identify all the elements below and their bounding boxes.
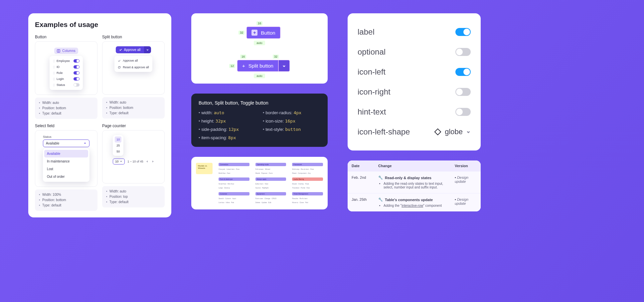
shape-select[interactable]: globe <box>434 128 471 136</box>
overview-heading: Framework <box>292 163 323 166</box>
select-option[interactable]: Out of order <box>44 173 88 180</box>
example-props: Width: auto Position: top Type: default <box>102 186 165 207</box>
columns-popover: Employee ID Role Login Status <box>50 56 83 90</box>
example-split-label: Split button <box>102 35 165 39</box>
changelog-row: Feb. 2nd🔧 Read-only & display statesAddi… <box>348 171 481 193</box>
prop-icon-right-toggle[interactable] <box>455 88 471 96</box>
page-size-select[interactable]: 10 <box>113 158 125 164</box>
overview-heading: Customer <box>219 192 249 195</box>
refresh-icon <box>118 66 121 69</box>
prop-label-toggle[interactable] <box>455 28 471 36</box>
select-label: Status <box>43 135 89 139</box>
prop-icon-left-label: icon-left <box>358 67 386 77</box>
overview-line: Transition · Portal · Fast <box>292 187 323 189</box>
prop-label-label: label <box>358 27 375 37</box>
column-row[interactable]: Employee <box>52 58 80 64</box>
changelog-item: Adding the "interactive-row" component <box>384 204 447 207</box>
approve-all-button[interactable]: Approve all <box>116 46 144 53</box>
demo-button[interactable]: + Button <box>246 27 280 39</box>
menu-item-approve[interactable]: Approve all <box>116 57 150 64</box>
column-row[interactable]: ID <box>52 64 80 70</box>
overview-line: Move-to · Close · Pair <box>292 201 323 203</box>
page-sizes-menu: 10 25 50 <box>113 135 123 156</box>
page-size-option[interactable]: 50 <box>115 149 121 154</box>
column-row[interactable]: Login <box>52 76 80 82</box>
spec-panel: Button, Split button, Toggle button widt… <box>191 94 328 147</box>
overview-line: Large · Destroy <box>219 187 249 189</box>
example-button-label: Button <box>35 35 97 39</box>
column-row[interactable]: Role <box>52 70 80 76</box>
overview-heading: Ticket Management <box>292 192 323 195</box>
chevron-down-icon <box>466 130 471 134</box>
select-option[interactable]: Lost <box>44 165 88 173</box>
toggle[interactable] <box>74 77 80 81</box>
overview-line: Multi-step · Re-do item · Flow <box>292 168 323 170</box>
overview-column: FrameworkMulti-step · Re-do item · FlowR… <box>292 163 323 174</box>
page-range: 1 – 10 of 45 <box>127 160 143 163</box>
overview-column: EquipmentForm-user · Change · CRUDDelete… <box>255 192 286 203</box>
overview-column: ConnectionOne-part · Listed item · FlowM… <box>219 163 249 174</box>
spec-title: Button, Split button, Toggle button <box>199 100 320 106</box>
changelog-date: Feb. 2nd <box>348 171 374 193</box>
props-card: labeloptionalicon-lefticon-righthint-tex… <box>348 13 481 151</box>
overview-line: Form-user · Change · CRUD <box>255 197 286 199</box>
chevron-up-icon <box>83 142 86 145</box>
toggle[interactable] <box>74 83 80 87</box>
overview-line: Delete · Update · Edit <box>255 201 286 203</box>
chevron-right-icon[interactable] <box>151 160 154 163</box>
example-props: Width: 100% Position: bottom Type: defau… <box>35 189 97 211</box>
overview-heading: Operating mode <box>255 163 286 166</box>
split-dropdown-button[interactable] <box>144 46 151 53</box>
changelog-item: Adding the read-only states to text inpu… <box>384 182 447 189</box>
select-option[interactable]: In maintenance <box>44 157 88 165</box>
measure-top: 16 <box>256 21 262 25</box>
measure-top: 32 <box>273 55 279 59</box>
overview-line: Multi-flow · Fast <box>219 172 249 174</box>
example-props: Width: auto Position: bottom Type: defau… <box>102 97 165 119</box>
changelog-link[interactable]: interactive-row <box>402 204 423 207</box>
overview-card: Modals vs. WizardsConnectionOne-part · L… <box>191 157 328 209</box>
chevron-down-icon <box>282 64 286 68</box>
prop-icon-right-label: icon-right <box>358 87 391 97</box>
example-select-label: Select field <box>35 124 97 128</box>
chevron-down-icon <box>146 48 149 51</box>
example-pagecounter-label: Page counter <box>102 124 165 128</box>
prop-hint-text-label: hint-text <box>358 107 386 117</box>
demo-split-button[interactable]: + Split button <box>237 60 278 72</box>
grip-icon <box>53 60 55 62</box>
overview-line: Search · Column · Input <box>219 197 249 199</box>
changelog-version: • Design update <box>451 171 481 193</box>
measure-left: 32 <box>239 31 244 35</box>
toggle[interactable] <box>74 59 80 63</box>
grip-icon <box>53 84 55 86</box>
page-size-option[interactable]: 25 <box>115 143 121 149</box>
toggle[interactable] <box>74 71 80 75</box>
demo-split-dropdown[interactable] <box>278 60 290 72</box>
page-size-option[interactable]: 10 <box>115 137 121 143</box>
changelog-title: 🔧 Read-only & display states <box>378 175 447 180</box>
overview-line: Small-flow · Mini flow <box>219 183 249 185</box>
sparkle-icon: 🔧 <box>378 197 383 202</box>
changelog-header: Date Change Version <box>348 160 481 171</box>
changelog-card: Date Change Version Feb. 2nd🔧 Read-only … <box>348 160 481 211</box>
overview-heading: Form & destroyer <box>219 177 249 181</box>
overview-heading: Connection <box>219 163 249 166</box>
toggle[interactable] <box>74 65 80 69</box>
chevron-left-icon[interactable] <box>146 160 149 163</box>
pagination: 10 1 – 10 of 45 <box>113 158 154 164</box>
menu-item-reset[interactable]: Reset & approve all <box>116 64 150 71</box>
columns-chip[interactable]: Columns <box>54 48 78 54</box>
status-select[interactable]: Available <box>43 140 89 147</box>
overview-line: One-part · Listed item · Flow <box>219 168 249 170</box>
prop-optional-toggle[interactable] <box>455 48 471 56</box>
column-row[interactable]: Status <box>52 82 80 88</box>
overview-column: Form & destroyerSmall-flow · Mini flowLa… <box>219 177 249 189</box>
sticky-note: Modals vs. Wizards <box>196 163 213 174</box>
measure-left: 12 <box>229 64 235 68</box>
example-props: Width: auto Position: bottom Type: defau… <box>35 98 97 119</box>
prop-hint-text-toggle[interactable] <box>455 108 471 116</box>
overview-line: Modal · Overlay · Float <box>292 183 323 185</box>
select-option[interactable]: Available <box>44 150 88 157</box>
prop-icon-left-toggle[interactable] <box>455 68 471 76</box>
check-icon <box>119 48 122 51</box>
